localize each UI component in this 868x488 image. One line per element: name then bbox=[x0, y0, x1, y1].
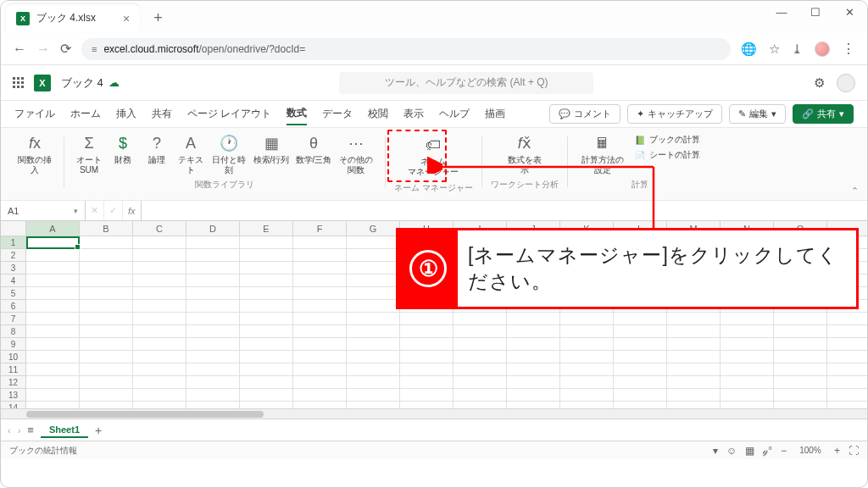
cell[interactable] bbox=[26, 363, 80, 375]
tab-formulas[interactable]: 数式 bbox=[287, 103, 307, 125]
workbook-name[interactable]: ブック 4 ☁ bbox=[61, 75, 120, 91]
reload-icon[interactable]: ⟳ bbox=[60, 41, 71, 57]
cell[interactable] bbox=[347, 274, 400, 286]
cell[interactable] bbox=[721, 325, 774, 337]
row-header[interactable]: 11 bbox=[1, 363, 26, 376]
cell[interactable] bbox=[133, 376, 186, 388]
row-header[interactable]: 9 bbox=[1, 338, 26, 351]
cell[interactable] bbox=[453, 325, 507, 337]
cell[interactable] bbox=[347, 313, 400, 324]
cell[interactable] bbox=[347, 363, 400, 375]
cell[interactable] bbox=[774, 351, 827, 363]
cell[interactable] bbox=[293, 262, 347, 274]
chevron-down-icon[interactable]: ▾ bbox=[713, 445, 718, 457]
minimize-icon[interactable]: — bbox=[772, 6, 791, 19]
cell[interactable] bbox=[240, 325, 293, 337]
cell[interactable] bbox=[186, 313, 240, 324]
cell[interactable] bbox=[133, 313, 186, 324]
cell[interactable] bbox=[240, 287, 293, 299]
cell[interactable] bbox=[507, 363, 560, 375]
cell[interactable] bbox=[721, 376, 774, 388]
cell[interactable] bbox=[507, 325, 560, 337]
browser-tab[interactable]: X ブック 4.xlsx × bbox=[6, 4, 140, 32]
status-text[interactable]: ブックの統計情報 bbox=[9, 445, 77, 457]
cell[interactable] bbox=[560, 351, 614, 363]
cell[interactable] bbox=[293, 363, 347, 375]
row-header[interactable]: 3 bbox=[1, 262, 26, 274]
cell[interactable] bbox=[667, 338, 721, 350]
zoom-in-icon[interactable]: + bbox=[834, 445, 840, 457]
cell[interactable] bbox=[453, 376, 507, 388]
cell[interactable] bbox=[186, 376, 240, 388]
tab-share[interactable]: 共有 bbox=[152, 103, 172, 125]
cell[interactable] bbox=[774, 389, 827, 401]
cell[interactable] bbox=[667, 389, 721, 401]
cell[interactable] bbox=[133, 249, 186, 261]
column-header[interactable]: F bbox=[293, 221, 347, 236]
cell[interactable] bbox=[133, 287, 186, 299]
enter-formula-icon[interactable]: ✓ bbox=[104, 201, 123, 220]
cell[interactable] bbox=[293, 389, 347, 401]
cell[interactable] bbox=[26, 262, 80, 274]
cell[interactable] bbox=[721, 338, 774, 350]
horizontal-scrollbar[interactable] bbox=[1, 408, 867, 419]
cell[interactable] bbox=[347, 287, 400, 299]
cell[interactable] bbox=[80, 274, 133, 286]
cell[interactable] bbox=[133, 389, 186, 401]
site-settings-icon[interactable]: ≡ bbox=[92, 44, 97, 54]
cell[interactable] bbox=[240, 376, 293, 388]
cell[interactable] bbox=[347, 338, 400, 350]
cell[interactable] bbox=[240, 389, 293, 401]
translate-icon[interactable]: 🌐 bbox=[741, 42, 757, 57]
text-button[interactable]: Aテキスト bbox=[175, 133, 207, 177]
cancel-formula-icon[interactable]: ✕ bbox=[86, 201, 104, 220]
cell[interactable] bbox=[507, 376, 560, 388]
catchup-button[interactable]: ✦キャッチアップ bbox=[627, 104, 722, 124]
add-sheet-button[interactable]: + bbox=[95, 424, 102, 437]
cell[interactable] bbox=[26, 376, 80, 388]
cell[interactable] bbox=[293, 338, 347, 350]
cell[interactable] bbox=[293, 274, 347, 286]
display-settings-icon[interactable]: ▦ bbox=[745, 445, 754, 457]
fullscreen-icon[interactable]: ⛶ bbox=[849, 445, 859, 457]
cell[interactable] bbox=[186, 262, 240, 274]
share-button[interactable]: 🔗共有▾ bbox=[793, 104, 854, 124]
cell[interactable] bbox=[400, 363, 453, 375]
cell[interactable] bbox=[721, 313, 774, 324]
cell[interactable] bbox=[347, 236, 400, 248]
cell[interactable] bbox=[240, 236, 293, 248]
financial-button[interactable]: $財務 bbox=[107, 133, 139, 177]
more-functions-button[interactable]: ⋯その他の関数 bbox=[336, 133, 376, 177]
cell[interactable] bbox=[560, 338, 614, 350]
close-window-icon[interactable]: ✕ bbox=[840, 6, 859, 19]
cell[interactable] bbox=[400, 338, 453, 350]
all-sheets-icon[interactable]: ≡ bbox=[27, 424, 34, 436]
feedback-icon[interactable]: ☺ bbox=[726, 445, 737, 457]
row-header[interactable]: 2 bbox=[1, 249, 26, 262]
column-header[interactable]: G bbox=[347, 221, 400, 236]
cell[interactable] bbox=[560, 389, 614, 401]
cell[interactable] bbox=[293, 236, 347, 248]
cell[interactable] bbox=[133, 351, 186, 363]
maximize-icon[interactable]: ☐ bbox=[806, 6, 825, 19]
row-header[interactable]: 13 bbox=[1, 389, 26, 402]
cell[interactable] bbox=[614, 363, 667, 375]
cell[interactable] bbox=[26, 236, 80, 248]
edit-mode-button[interactable]: ✎編集▾ bbox=[729, 104, 786, 124]
cell[interactable] bbox=[186, 363, 240, 375]
column-header[interactable]: A bbox=[26, 221, 80, 236]
cell[interactable] bbox=[667, 363, 721, 375]
back-icon[interactable]: ← bbox=[13, 42, 26, 57]
cell[interactable] bbox=[240, 363, 293, 375]
cell[interactable] bbox=[26, 325, 80, 337]
cell[interactable] bbox=[774, 313, 827, 324]
prev-sheet-icon[interactable]: ‹ bbox=[8, 425, 11, 435]
lookup-button[interactable]: ▦検索/行列 bbox=[251, 133, 292, 177]
cell[interactable] bbox=[400, 313, 453, 324]
tab-insert[interactable]: 挿入 bbox=[116, 103, 136, 125]
cell[interactable] bbox=[667, 376, 721, 388]
cell[interactable] bbox=[774, 363, 827, 375]
cell[interactable] bbox=[186, 325, 240, 337]
bookmark-icon[interactable]: ☆ bbox=[769, 42, 780, 57]
tab-draw[interactable]: 描画 bbox=[485, 103, 505, 125]
